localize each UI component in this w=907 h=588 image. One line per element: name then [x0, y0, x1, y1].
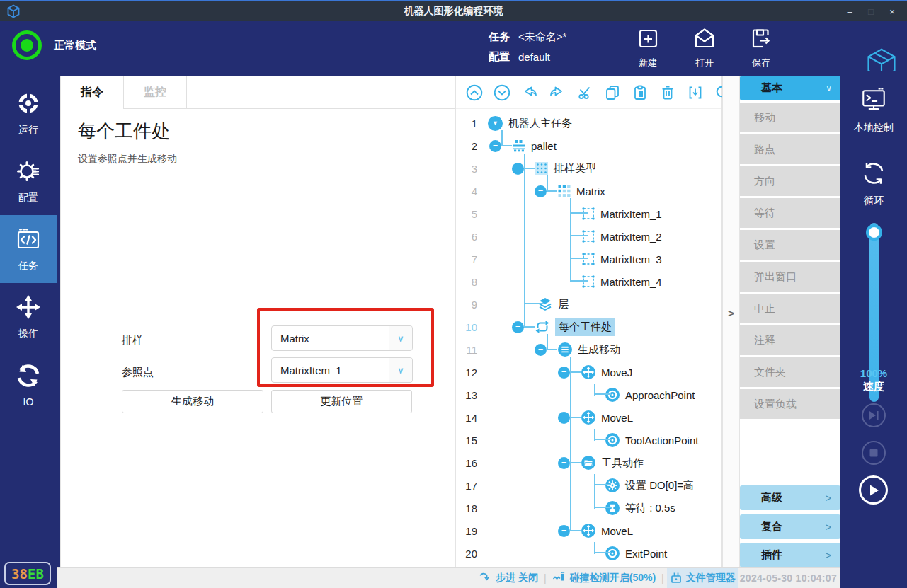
collapse-icon[interactable]: −	[558, 412, 570, 424]
sidebar-item-operate[interactable]: 操作	[0, 283, 57, 351]
tree-row[interactable]: 12 − MoveJ	[456, 361, 721, 384]
collapse-icon[interactable]: −	[512, 163, 524, 175]
collapse-icon[interactable]: −	[558, 457, 570, 469]
tree-node-label[interactable]: MoveL	[601, 412, 633, 424]
collapse-icon[interactable]: −	[489, 140, 501, 152]
tree-node-label[interactable]: MatrixItem_2	[600, 231, 662, 243]
new-task-button[interactable]: 新建	[627, 25, 669, 69]
tree-row[interactable]: 14 − MoveL	[456, 406, 721, 429]
tree-row[interactable]: 2 − pallet	[456, 134, 721, 157]
play-button[interactable]	[859, 475, 888, 505]
sidebar-item-run[interactable]: 运行	[0, 79, 57, 147]
tree-row[interactable]: 16 − 工具动作	[456, 451, 721, 474]
collapse-all-button[interactable]	[465, 83, 484, 102]
tree-node-label[interactable]: ExitPoint	[625, 548, 667, 560]
collapse-icon[interactable]: −	[535, 185, 547, 197]
palette-item-abort[interactable]: 中止	[740, 294, 840, 323]
update-position-button[interactable]: 更新位置	[271, 390, 412, 413]
close-button[interactable]: ×	[884, 6, 900, 17]
step-button[interactable]	[862, 403, 886, 427]
tree-row[interactable]: 5 MatrixItem_1	[456, 202, 721, 225]
tree-node-label[interactable]: 等待 : 0.5s	[625, 502, 675, 515]
insert-button[interactable]	[686, 83, 705, 102]
panel-collapse-strip[interactable]: >	[722, 76, 740, 567]
tree-node-label[interactable]: 工具动作	[601, 456, 644, 470]
tree-row[interactable]: 19 − MoveL	[456, 519, 721, 542]
tree-node-label[interactable]: 机器人主任务	[508, 117, 572, 130]
collision-detection-status[interactable]: 碰撞检测开启(50%)	[549, 568, 658, 588]
tree-node-label[interactable]: pallet	[531, 140, 557, 152]
tree-node-label[interactable]: MatrixItem_3	[600, 253, 662, 265]
palette-item-set[interactable]: 设置	[740, 230, 840, 260]
palette-category-plugin[interactable]: 插件 >	[740, 543, 840, 567]
palette-item-move[interactable]: 移动	[740, 103, 840, 132]
open-task-button[interactable]: 打开	[683, 25, 726, 69]
tree-row[interactable]: 8 MatrixItem_4	[456, 270, 721, 293]
tree-row[interactable]: 17 设置 DO[0]=高	[456, 474, 721, 497]
cut-button[interactable]	[576, 83, 594, 102]
tree-row[interactable]: 3 − 排样类型	[456, 157, 721, 180]
tree-node-label[interactable]: MatrixItem_4	[600, 276, 662, 288]
tree-node-label[interactable]: Matrix	[576, 185, 605, 197]
local-control-button[interactable]: 本地控制	[840, 86, 907, 134]
tree-row[interactable]: 18 等待 : 0.5s	[456, 497, 721, 519]
tab-instruction[interactable]: 指令	[61, 76, 124, 108]
tree-node-label[interactable]: MatrixItem_1	[600, 208, 662, 220]
tree-row[interactable]: 4 − Matrix	[456, 180, 721, 202]
tree-row[interactable]: 11 − 生成移动	[456, 338, 721, 361]
palette-item-folder[interactable]: 文件夹	[740, 357, 840, 387]
tree-row[interactable]: 13 ApproachPoint	[456, 384, 721, 406]
reference-select[interactable]: MatrixItem_1 ∨	[271, 357, 413, 383]
tree-node-label[interactable]: 设置 DO[0]=高	[625, 479, 694, 492]
collapse-icon[interactable]: −	[558, 525, 570, 537]
tree-row-selected[interactable]: 10 − 每个工件处	[456, 316, 721, 338]
palette-item-wait[interactable]: 等待	[740, 198, 840, 228]
sidebar-item-task[interactable]: 任务	[0, 215, 57, 283]
palette-category-composite[interactable]: 复合 >	[740, 514, 840, 539]
tree-node-label[interactable]: ApproachPoint	[625, 389, 695, 401]
undo-button[interactable]	[520, 83, 539, 102]
expand-all-button[interactable]	[493, 83, 511, 102]
tree-row[interactable]: 15 ToolActionPoint	[456, 429, 721, 451]
tree-row[interactable]: 9 层	[456, 293, 721, 316]
loop-mode-button[interactable]: 循环	[840, 159, 907, 207]
palette-item-comment[interactable]: 注释	[740, 325, 840, 355]
palette-category-basic[interactable]: 基本 ∨	[740, 76, 840, 100]
tab-monitor[interactable]: 监控	[124, 76, 187, 108]
palette-item-waypoint[interactable]: 路点	[740, 134, 840, 164]
tree-node-label[interactable]: 每个工件处	[555, 318, 615, 336]
pattern-select[interactable]: Matrix ∨	[271, 325, 413, 351]
save-task-button[interactable]: 保存	[740, 25, 782, 69]
tree-node-label[interactable]: MoveL	[601, 525, 633, 537]
collapse-icon[interactable]: −	[512, 321, 524, 333]
sidebar-item-io[interactable]: IO	[0, 351, 57, 419]
tree-row[interactable]: 1 ▼ 机器人主任务	[456, 112, 721, 134]
generate-move-button[interactable]: 生成移动	[122, 390, 263, 413]
collapse-icon[interactable]: −	[535, 344, 547, 356]
tree-row[interactable]: 7 MatrixItem_3	[456, 248, 721, 270]
maximize-button[interactable]: □	[863, 6, 879, 17]
palette-category-advanced[interactable]: 高级 >	[740, 485, 840, 510]
paste-button[interactable]	[631, 83, 649, 102]
delete-button[interactable]	[658, 83, 677, 102]
collapse-icon[interactable]: −	[558, 367, 570, 379]
tree-node-label[interactable]: 生成移动	[578, 343, 620, 357]
speed-slider-knob[interactable]	[866, 224, 882, 241]
sidebar-item-config[interactable]: 配置	[0, 147, 57, 215]
redo-button[interactable]	[548, 83, 566, 102]
tree-node-label[interactable]: MoveJ	[601, 367, 632, 379]
palette-item-popup[interactable]: 弹出窗口	[740, 262, 840, 292]
palette-item-payload[interactable]: 设置负载	[740, 389, 840, 419]
tree-node-label[interactable]: ToolActionPoint	[625, 434, 698, 446]
tree-node-label[interactable]: 层	[558, 298, 569, 311]
step-mode-status[interactable]: 步进 关闭	[476, 568, 541, 588]
copy-button[interactable]	[603, 83, 622, 102]
tree-node-label[interactable]: 排样类型	[554, 162, 596, 175]
tree-row[interactable]: 20 ExitPoint	[456, 542, 721, 565]
stop-button[interactable]	[862, 441, 886, 465]
palette-item-direction[interactable]: 方向	[740, 166, 840, 196]
minimize-button[interactable]: –	[842, 6, 857, 17]
file-manager-button[interactable]: 文件管理器	[667, 568, 738, 588]
expand-icon[interactable]: ▼	[488, 116, 503, 131]
tree-row[interactable]: 6 MatrixItem_2	[456, 225, 721, 248]
